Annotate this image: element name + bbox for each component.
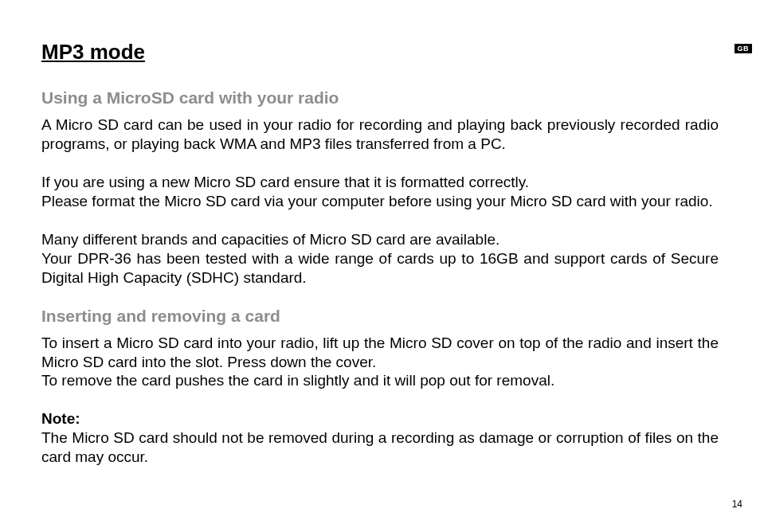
section-heading-using-microsd: Using a MicroSD card with your radio [41,88,719,108]
paragraph: A Micro SD card can be used in your radi… [41,115,719,154]
paragraph: To insert a Micro SD card into your radi… [41,334,719,391]
note-paragraph: Note: The Micro SD card should not be re… [41,409,719,467]
section-heading-inserting-removing: Inserting and removing a card [41,307,719,326]
paragraph: If you are using a new Micro SD card ens… [41,173,719,211]
document-page: GB MP3 mode Using a MicroSD card with yo… [0,0,760,532]
page-number: 14 [732,499,742,510]
note-label: Note: [41,410,80,427]
paragraph: Many different brands and capacities of … [41,230,719,288]
language-badge: GB [735,44,753,53]
note-text: The Micro SD card should not be removed … [41,429,719,465]
page-title: MP3 mode [41,40,719,65]
